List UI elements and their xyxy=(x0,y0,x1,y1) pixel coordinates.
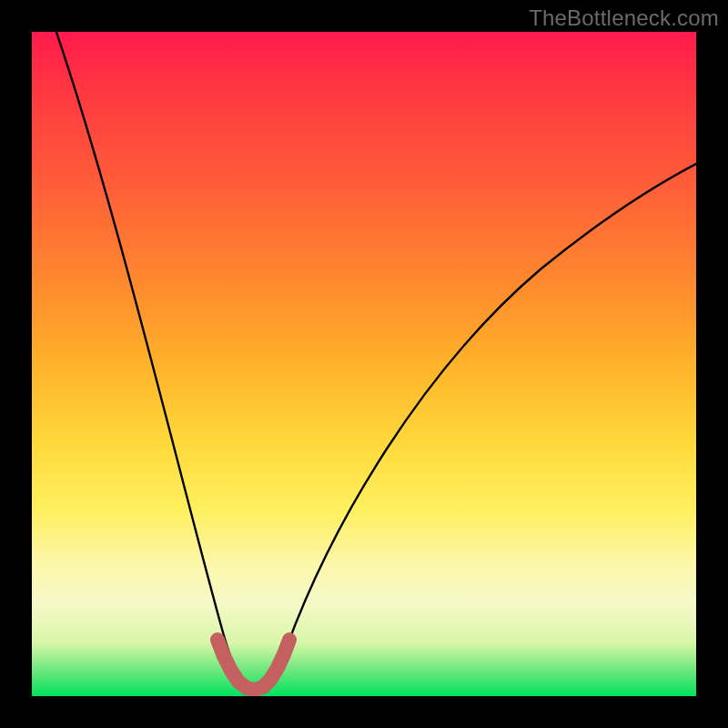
curve-layer xyxy=(32,32,696,696)
plot-area xyxy=(32,32,696,696)
bottleneck-curve xyxy=(50,32,696,691)
chart-frame: TheBottleneck.com xyxy=(0,0,728,728)
watermark-text: TheBottleneck.com xyxy=(529,5,719,31)
